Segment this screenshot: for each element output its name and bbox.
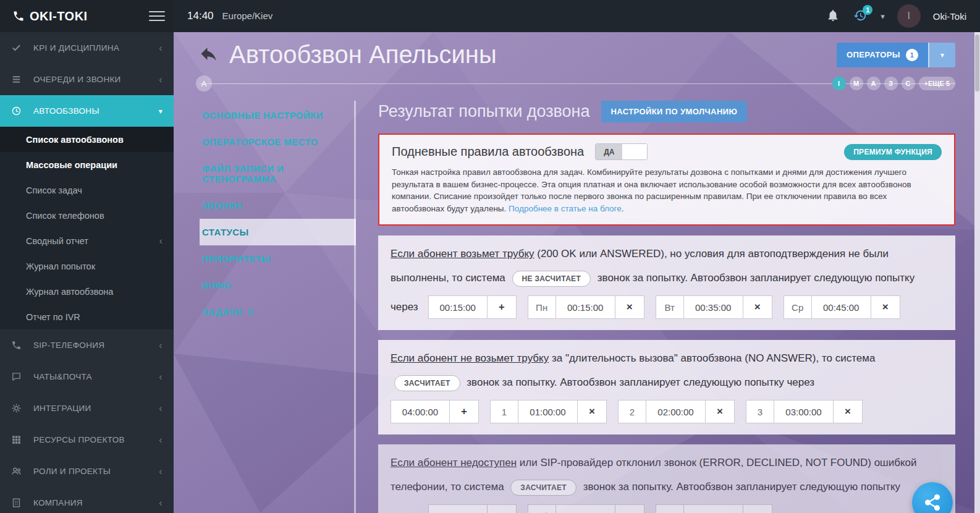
base-interval-input[interactable]: 04:00:00 bbox=[391, 400, 450, 423]
submenu-item-ivr-report[interactable]: Отчет по IVR bbox=[0, 304, 174, 329]
default-settings-button[interactable]: НАСТРОЙКИ ПО УМОЛЧАНИЮ bbox=[601, 101, 748, 122]
app-logo[interactable]: OKI-TOKI bbox=[12, 9, 88, 23]
settings-nav: ОСНОВНЫЕ НАСТРОЙКИ ОПЕРАТОРСКОЕ МЕСТО ФА… bbox=[200, 96, 354, 331]
remove-interval-button[interactable]: × bbox=[615, 295, 644, 319]
sidebar-item-label: КОМПАНИЯ bbox=[33, 498, 83, 507]
history-icon[interactable]: 1 bbox=[853, 9, 868, 23]
sidebar-item-chats[interactable]: ЧАТЫ&ПОЧТА ‹ bbox=[0, 361, 174, 392]
tab-label: ПРИОРИТЕТЫ bbox=[202, 253, 271, 264]
remove-interval-button[interactable]: × bbox=[743, 295, 772, 319]
tab-label: ЗАДАЧИ bbox=[202, 307, 242, 317]
campaign-avatar[interactable]: A bbox=[196, 75, 212, 91]
base-interval-input[interactable]: 00:15:00 bbox=[428, 295, 488, 319]
remove-interval-button[interactable]: × bbox=[834, 400, 863, 423]
sidebar-item-label: ОЧЕРЕДИ И ЗВОНКИ bbox=[33, 75, 121, 84]
tab-info[interactable]: ИНФО bbox=[200, 272, 354, 299]
sidebar-item-integrations[interactable]: ИНТЕГРАЦИИ ‹ bbox=[0, 392, 174, 424]
daily-rules-toggle[interactable]: ДА bbox=[595, 143, 648, 160]
blog-link[interactable]: Подробнее в статье на блоге bbox=[509, 204, 622, 213]
chevron-left-icon: ‹ bbox=[159, 235, 163, 247]
tab-operator-place[interactable]: ОПЕРАТОРСКОЕ МЕСТО bbox=[200, 129, 354, 155]
hamburger-menu-icon[interactable] bbox=[149, 8, 165, 24]
back-button[interactable] bbox=[200, 45, 221, 66]
count-toggle-button[interactable]: НЕ ЗАСЧИТАЕТ bbox=[512, 271, 591, 287]
interval-time-input[interactable]: 00:45:00 bbox=[812, 295, 871, 319]
remove-interval-button[interactable]: × bbox=[706, 400, 735, 423]
submenu-item-summary-report[interactable]: Сводный отчет‹ bbox=[0, 228, 174, 253]
operator-badge[interactable]: З bbox=[884, 77, 898, 90]
chevron-left-icon: ‹ bbox=[159, 498, 163, 509]
sidebar-item-kpi[interactable]: KPI И ДИСЦИПЛИНА ‹ bbox=[0, 32, 174, 64]
sidebar-item-company[interactable]: КОМПАНИЯ ‹ bbox=[0, 487, 174, 513]
operator-badge[interactable]: M bbox=[850, 77, 863, 90]
add-interval-button[interactable]: + bbox=[450, 400, 479, 423]
interval-time-input[interactable]: 02:00:00 bbox=[646, 400, 706, 423]
tab-statuses[interactable]: СТАТУСЫ bbox=[200, 219, 356, 245]
tab-tasks[interactable]: ЗАДАЧИ bbox=[200, 299, 354, 325]
operators-dropdown-button[interactable]: ▾ bbox=[928, 43, 955, 67]
add-interval-button[interactable]: + bbox=[488, 295, 517, 319]
autodial-submenu: Список автообзвонов Массовые операции Сп… bbox=[0, 127, 174, 329]
add-interval-button[interactable]: + bbox=[488, 504, 517, 513]
interval-time-input[interactable]: 00:15:00 bbox=[556, 295, 615, 319]
more-operators-badge[interactable]: +ЕЩЕ 5 bbox=[919, 77, 955, 90]
sidebar-item-resources[interactable]: РЕСУРСЫ ПРОЕКТОВ ‹ bbox=[0, 424, 174, 456]
operator-badge[interactable]: I bbox=[832, 77, 846, 90]
grid-icon bbox=[11, 435, 26, 445]
chevron-down-icon[interactable]: ▾ bbox=[881, 12, 885, 21]
timezone-label[interactable]: Europe/Kiev bbox=[222, 11, 273, 21]
sidebar-item-roles[interactable]: РОЛИ И ПРОЕКТЫ ‹ bbox=[0, 456, 174, 487]
through-label: через bbox=[391, 301, 418, 313]
base-interval-input[interactable]: 01:00:00 bbox=[428, 504, 488, 513]
sidebar-item-label: ИНТЕГРАЦИИ bbox=[33, 404, 91, 413]
interval-time-input[interactable]: 00:35:00 bbox=[684, 295, 743, 319]
submenu-item-autodial-log[interactable]: Журнал автообзвона bbox=[0, 279, 174, 304]
main-area: Автообзвон Апельсины ОПЕРАТОРЫ 1 ▾ A I M… bbox=[174, 32, 980, 513]
interval-time-input[interactable]: 03:00:00 bbox=[684, 504, 743, 513]
remove-interval-button[interactable]: × bbox=[743, 504, 772, 513]
remove-interval-button[interactable]: × bbox=[871, 295, 900, 319]
submenu-item-task-list[interactable]: Список задач bbox=[0, 177, 174, 203]
count-toggle-button[interactable]: ЗАСЧИТАЕТ bbox=[510, 480, 577, 496]
tab-label: ЗВОНКИ bbox=[202, 200, 242, 211]
operator-badge[interactable]: A bbox=[867, 77, 881, 90]
rule-text-part: звонок за попытку. Автообзвон запланируе… bbox=[464, 376, 814, 388]
page-scrollbar[interactable] bbox=[974, 32, 980, 513]
tab-calls[interactable]: ЗВОНКИ bbox=[200, 192, 354, 219]
chevron-left-icon: ‹ bbox=[159, 403, 163, 414]
building-icon bbox=[11, 498, 26, 508]
tab-main-settings[interactable]: ОСНОВНЫЕ НАСТРОЙКИ bbox=[200, 102, 354, 129]
user-avatar[interactable]: I bbox=[897, 4, 921, 28]
sidebar-item-queues[interactable]: ОЧЕРЕДИ И ЗВОНКИ ‹ bbox=[0, 64, 174, 95]
submenu-item-attempts-log[interactable]: Журнал попыток bbox=[0, 253, 174, 279]
submenu-label: Журнал автообзвона bbox=[26, 287, 113, 297]
operator-badge[interactable]: C bbox=[902, 77, 915, 90]
remove-interval-button[interactable]: × bbox=[615, 504, 644, 513]
operators-split-button: ОПЕРАТОРЫ 1 ▾ bbox=[837, 43, 955, 67]
tab-priorities[interactable]: ПРИОРИТЕТЫ bbox=[200, 245, 354, 272]
interval-time-input[interactable]: 01:00:00 bbox=[518, 400, 578, 423]
rule-condition-link[interactable]: Если абонент возьмет трубку bbox=[391, 248, 534, 260]
tab-recording[interactable]: ФАЙЛ ЗАПИСИ И СТЕНОГРАММА bbox=[200, 155, 354, 192]
count-toggle-button[interactable]: ЗАСЧИТАЕТ bbox=[394, 375, 460, 391]
scrollbar-thumb[interactable] bbox=[975, 35, 979, 91]
submenu-label: Отчет по IVR bbox=[26, 312, 80, 322]
logo-zone: OKI-TOKI bbox=[0, 0, 174, 32]
submenu-item-autodial-list[interactable]: Список автообзвонов bbox=[0, 127, 174, 152]
submenu-label: Сводный отчет bbox=[26, 236, 88, 246]
interval-time-input[interactable]: 03:00:00 bbox=[774, 400, 834, 423]
interval-time-input[interactable]: 03:00:00 bbox=[556, 504, 615, 513]
toggle-label: ДА bbox=[596, 144, 622, 159]
remove-interval-button[interactable]: × bbox=[578, 400, 607, 423]
sidebar-item-autodial[interactable]: АВТООБЗВОНЫ ▾ bbox=[0, 95, 174, 127]
rule-condition-link[interactable]: Если абонент недоступен bbox=[391, 457, 517, 468]
submenu-item-phone-list[interactable]: Список телефонов bbox=[0, 203, 174, 228]
interval-group: 1 01:00:00 × bbox=[490, 400, 607, 423]
sidebar-item-sip[interactable]: SIP-ТЕЛЕФОНИЯ ‹ bbox=[0, 329, 174, 361]
sidebar-item-label: ЧАТЫ&ПОЧТА bbox=[33, 372, 92, 381]
submenu-item-mass-operations[interactable]: Массовые операции bbox=[0, 152, 174, 177]
operators-button[interactable]: ОПЕРАТОРЫ 1 bbox=[837, 43, 928, 67]
rule-condition-link[interactable]: Если абонент не возьмет трубку bbox=[391, 352, 549, 364]
account-name[interactable]: Oki-Toki bbox=[933, 11, 966, 22]
bell-icon[interactable] bbox=[826, 9, 841, 23]
